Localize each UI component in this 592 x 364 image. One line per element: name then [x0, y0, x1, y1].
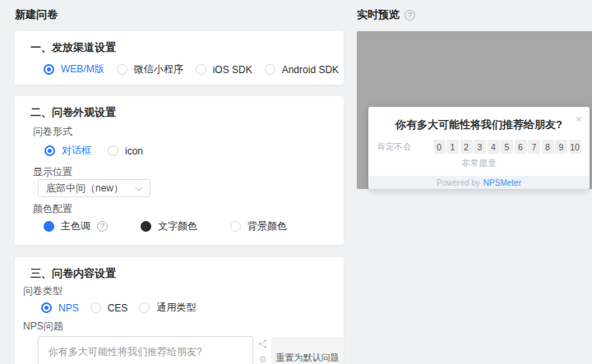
position-label: 显示位置 — [33, 165, 72, 179]
appearance-section-heading: 二、问卷外观设置 — [30, 105, 116, 120]
radio-icon — [196, 64, 206, 75]
position-select[interactable]: 底部中间（new） — [38, 179, 150, 197]
nps-question-input[interactable]: 你有多大可能性将我们推荐给朋友? — [38, 336, 253, 364]
score-row: 肯定不会 0 1 2 3 4 5 6 7 8 9 10 — [368, 140, 590, 154]
nps-question-label: NPS问题 — [23, 320, 63, 334]
radio-generic[interactable]: 通用类型 — [139, 301, 196, 315]
text-color-swatch[interactable] — [141, 221, 151, 232]
radio-dialog[interactable]: 对话框 — [44, 144, 91, 158]
appearance-settings-card: 二、问卷外观设置 问卷形式 对话框 icon 显示位置 底部中间（new） 颜色… — [15, 96, 344, 245]
score-box-1[interactable]: 1 — [446, 140, 459, 154]
survey-type-label: 问卷类型 — [23, 284, 62, 298]
radio-web-m[interactable]: WEB/M版 — [44, 62, 104, 76]
primary-color-swatch[interactable] — [44, 221, 54, 232]
gear-icon[interactable]: ⚙ — [259, 355, 267, 364]
primary-color-label: 主色调 — [61, 219, 90, 233]
radio-label: icon — [125, 145, 143, 157]
background-color-label: 背景颜色 — [247, 219, 287, 233]
preview-footer: Powered by NPSMeter — [368, 176, 590, 189]
radio-nps[interactable]: NPS — [41, 302, 79, 314]
radio-icon — [44, 145, 55, 156]
content-section-heading: 三、问卷内容设置 — [30, 266, 116, 281]
radio-icon — [117, 64, 127, 75]
radio-ios-sdk[interactable]: iOS SDK — [196, 64, 252, 76]
radio-icon — [41, 302, 52, 313]
survey-type-radio-group: NPS CES 通用类型 — [41, 301, 196, 315]
content-settings-card: 三、问卷内容设置 问卷类型 NPS CES 通用类型 NPS问题 你有多大可能性… — [15, 257, 344, 364]
radio-android-sdk[interactable]: Android SDK — [265, 64, 339, 76]
preview-header: 实时预览 ? — [357, 7, 415, 22]
score-box-9[interactable]: 9 — [555, 140, 567, 154]
score-box-8[interactable]: 8 — [542, 140, 554, 154]
score-high-label: 非常愿意 — [368, 158, 590, 169]
score-box-2[interactable]: 2 — [460, 140, 473, 154]
score-box-0[interactable]: 0 — [433, 140, 446, 154]
background-color-item[interactable]: 背景颜色 — [230, 219, 287, 233]
radio-label: 对话框 — [62, 144, 91, 158]
radio-icon — [90, 302, 101, 313]
radio-label: 微信小程序 — [134, 62, 183, 76]
radio-label: NPS — [58, 302, 79, 314]
close-icon[interactable]: × — [576, 113, 582, 125]
preview-title: 实时预览 — [357, 7, 400, 22]
preview-question: 你有多大可能性将我们推荐给朋友? — [368, 117, 590, 132]
radio-label: WEB/M版 — [61, 62, 104, 76]
reset-question-button[interactable]: 重置为默认问题 — [271, 337, 344, 364]
score-low-label: 肯定不会 — [377, 141, 412, 153]
text-color-label: 文字颜色 — [158, 219, 197, 233]
score-box-10[interactable]: 10 — [569, 140, 581, 154]
radio-ces[interactable]: CES — [90, 302, 128, 314]
background-color-swatch[interactable] — [230, 221, 241, 232]
help-icon[interactable]: ? — [97, 221, 108, 232]
share-icon[interactable] — [258, 339, 267, 348]
channel-section-heading: 一、发放渠道设置 — [30, 40, 116, 55]
color-config-label: 颜色配置 — [33, 202, 72, 216]
radio-icon — [265, 64, 275, 75]
preview-help-icon[interactable]: ? — [405, 10, 415, 21]
channel-radio-group: WEB/M版 微信小程序 iOS SDK Android SDK — [44, 62, 339, 76]
primary-color-item[interactable]: 主色调 ? — [44, 219, 108, 233]
nps-preview-card: × 你有多大可能性将我们推荐给朋友? 肯定不会 0 1 2 3 4 5 6 7 … — [368, 107, 590, 189]
radio-icon-mode[interactable]: icon — [108, 145, 143, 157]
radio-icon — [108, 145, 118, 156]
score-box-6[interactable]: 6 — [515, 140, 527, 154]
radio-label: Android SDK — [282, 64, 339, 76]
radio-label: 通用类型 — [156, 301, 196, 315]
radio-wechat-mini[interactable]: 微信小程序 — [117, 62, 183, 76]
page-title: 新建问卷 — [15, 7, 58, 22]
chevron-down-icon — [135, 183, 143, 191]
score-box-7[interactable]: 7 — [528, 140, 540, 154]
position-select-value: 底部中间（new） — [46, 182, 135, 196]
score-box-4[interactable]: 4 — [488, 140, 500, 154]
input-side-icons: ⚙ — [258, 339, 267, 364]
score-box-5[interactable]: 5 — [501, 140, 513, 154]
radio-label: iOS SDK — [213, 64, 252, 76]
score-box-3[interactable]: 3 — [474, 140, 486, 154]
powered-by-text: Powered by — [437, 178, 480, 187]
score-boxes: 0 1 2 3 4 5 6 7 8 9 10 — [433, 140, 581, 154]
preview-stage: × 你有多大可能性将我们推荐给朋友? 肯定不会 0 1 2 3 4 5 6 7 … — [357, 31, 592, 189]
radio-label: CES — [108, 302, 128, 314]
radio-icon — [139, 302, 150, 313]
channel-settings-card: 一、发放渠道设置 WEB/M版 微信小程序 iOS SDK Android SD… — [15, 31, 344, 85]
form-type-radio-group: 对话框 icon — [44, 144, 143, 158]
brand-link[interactable]: NPSMeter — [483, 178, 521, 187]
form-type-label: 问卷形式 — [33, 125, 72, 139]
color-config-row: 主色调 ? 文字颜色 背景颜色 — [44, 219, 287, 233]
radio-icon — [44, 64, 54, 75]
text-color-item[interactable]: 文字颜色 — [141, 219, 197, 233]
